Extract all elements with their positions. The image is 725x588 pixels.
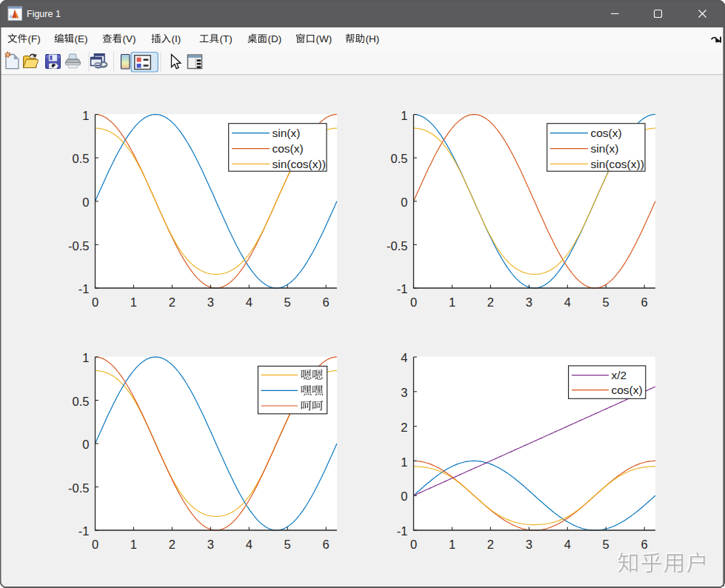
svg-text:2: 2 (169, 538, 176, 551)
svg-text:0: 0 (401, 196, 407, 209)
svg-text:sin(cos(x)): sin(cos(x)) (591, 158, 644, 170)
svg-text:2: 2 (487, 295, 494, 309)
svg-text:x/2: x/2 (612, 369, 627, 381)
svg-text:0: 0 (401, 490, 407, 503)
svg-text:4: 4 (246, 538, 253, 551)
svg-text:cos(x): cos(x) (273, 142, 304, 155)
svg-text:-1: -1 (397, 524, 408, 538)
svg-text:-0.5: -0.5 (387, 239, 407, 253)
svg-text:(D): (D) (268, 33, 282, 44)
svg-text:sin(x): sin(x) (273, 127, 301, 139)
svg-text:6: 6 (323, 295, 330, 309)
svg-text:3: 3 (207, 295, 214, 309)
svg-text:0: 0 (410, 295, 417, 309)
svg-text:6: 6 (323, 538, 330, 551)
svg-text:0: 0 (82, 196, 89, 209)
svg-text:cos(x): cos(x) (591, 127, 622, 139)
svg-text:5: 5 (603, 295, 609, 309)
svg-text:3: 3 (207, 538, 214, 551)
svg-text:sin(x): sin(x) (591, 142, 619, 155)
svg-text:2: 2 (401, 421, 407, 434)
svg-text:(H): (H) (366, 33, 380, 44)
svg-text:1: 1 (82, 351, 89, 364)
svg-text:-0.5: -0.5 (68, 239, 89, 253)
svg-text:0: 0 (410, 538, 417, 551)
svg-text:1: 1 (82, 109, 89, 122)
svg-text:4: 4 (564, 538, 571, 551)
svg-text:(I): (I) (172, 33, 181, 44)
svg-text:4: 4 (401, 351, 407, 364)
svg-text:0: 0 (92, 538, 98, 551)
svg-text:-1: -1 (397, 282, 408, 295)
svg-text:5: 5 (284, 538, 291, 551)
svg-text:(T): (T) (220, 33, 233, 44)
svg-text:sin(cos(x)): sin(cos(x)) (273, 158, 326, 170)
svg-text:1: 1 (130, 538, 137, 551)
svg-text:Figure 1: Figure 1 (27, 9, 61, 19)
svg-text:2: 2 (487, 538, 494, 551)
svg-text:1: 1 (401, 455, 407, 469)
svg-text:4: 4 (246, 295, 253, 309)
svg-text:-1: -1 (78, 524, 90, 538)
svg-text:0.5: 0.5 (73, 152, 90, 165)
svg-text:1: 1 (130, 295, 137, 309)
svg-text:1: 1 (449, 295, 455, 309)
svg-text:(E): (E) (75, 33, 88, 44)
svg-text:4: 4 (564, 295, 571, 309)
svg-text:3: 3 (526, 538, 532, 551)
svg-text:cos(x): cos(x) (612, 384, 643, 396)
svg-text:-0.5: -0.5 (68, 481, 89, 495)
svg-text:6: 6 (641, 295, 648, 309)
svg-text:6: 6 (641, 538, 648, 551)
svg-text:(W): (W) (316, 33, 333, 44)
svg-text:1: 1 (449, 538, 455, 551)
svg-text:0: 0 (82, 438, 89, 451)
svg-text:0.5: 0.5 (73, 395, 90, 408)
svg-text:3: 3 (526, 295, 532, 309)
svg-text:3: 3 (401, 386, 407, 399)
svg-text:(F): (F) (28, 33, 41, 44)
svg-text:(V): (V) (123, 33, 136, 44)
svg-text:5: 5 (284, 295, 291, 309)
svg-text:2: 2 (169, 295, 176, 309)
svg-text:5: 5 (603, 538, 609, 551)
svg-text:0: 0 (92, 295, 98, 309)
svg-text:-1: -1 (78, 282, 90, 295)
svg-text:0.5: 0.5 (391, 152, 408, 165)
svg-text:1: 1 (401, 109, 407, 122)
